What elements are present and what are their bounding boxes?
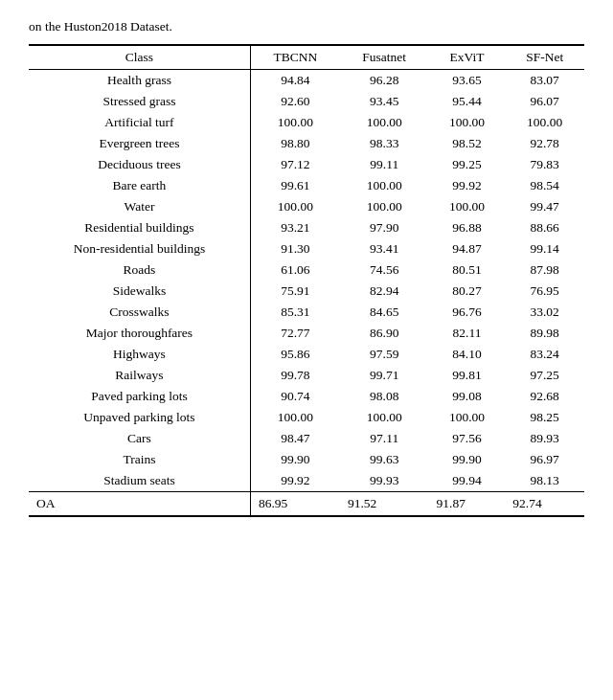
table-row: Deciduous trees97.1299.1199.2579.83 bbox=[29, 154, 584, 175]
table-cell: 84.65 bbox=[340, 302, 429, 323]
table-cell: 98.54 bbox=[505, 175, 584, 196]
table-cell: Sidewalks bbox=[29, 281, 250, 302]
table-cell: 99.81 bbox=[429, 365, 506, 386]
table-cell: 96.76 bbox=[429, 302, 506, 323]
table-cell: 98.47 bbox=[250, 428, 339, 449]
table-cell: 99.47 bbox=[505, 196, 584, 217]
table-cell: Non-residential buildings bbox=[29, 238, 250, 260]
table-row: Residential buildings93.2197.9096.8888.6… bbox=[29, 217, 584, 238]
table-cell: Railways bbox=[29, 365, 250, 386]
table-row: Roads61.0674.5680.5187.98 bbox=[29, 260, 584, 281]
table-cell: Stressed grass bbox=[29, 91, 250, 112]
table-wrapper: on the Huston2018 Dataset. Class TBCNN F… bbox=[29, 19, 584, 517]
table-row: Paved parking lots90.7498.0899.0892.68 bbox=[29, 386, 584, 407]
table-cell: 99.08 bbox=[429, 386, 506, 407]
table-cell: 100.00 bbox=[429, 112, 506, 133]
table-row: Crosswalks85.3184.6596.7633.02 bbox=[29, 302, 584, 323]
table-cell: 93.65 bbox=[429, 70, 506, 92]
table-row: Stadium seats99.9299.9399.9498.13 bbox=[29, 470, 584, 492]
table-cell: 61.06 bbox=[250, 260, 339, 281]
table-cell: 100.00 bbox=[340, 112, 429, 133]
table-cell: 90.74 bbox=[250, 386, 339, 407]
table-cell: Major thoroughfares bbox=[29, 323, 250, 344]
table-cell: Unpaved parking lots bbox=[29, 407, 250, 428]
table-cell: 84.10 bbox=[429, 344, 506, 365]
table-cell: 100.00 bbox=[340, 175, 429, 196]
table-cell: 96.97 bbox=[505, 449, 584, 470]
table-row: Evergreen trees98.8098.3398.5292.78 bbox=[29, 133, 584, 154]
table-cell: Highways bbox=[29, 344, 250, 365]
table-cell: 72.77 bbox=[250, 323, 339, 344]
table-cell: 99.92 bbox=[250, 470, 339, 492]
table-cell: 92.78 bbox=[505, 133, 584, 154]
table-cell: 98.33 bbox=[340, 133, 429, 154]
table-cell: Evergreen trees bbox=[29, 133, 250, 154]
table-cell: 83.07 bbox=[505, 70, 584, 92]
table-cell: Deciduous trees bbox=[29, 154, 250, 175]
table-row: Trains99.9099.6399.9096.97 bbox=[29, 449, 584, 470]
table-cell: 98.13 bbox=[505, 470, 584, 492]
table-row: Unpaved parking lots100.00100.00100.0098… bbox=[29, 407, 584, 428]
table-body: Health grass94.8496.2893.6583.07Stressed… bbox=[29, 70, 584, 492]
table-cell: 96.07 bbox=[505, 91, 584, 112]
table-row: Water100.00100.00100.0099.47 bbox=[29, 196, 584, 217]
table-row: Stressed grass92.6093.4595.4496.07 bbox=[29, 91, 584, 112]
table-cell: 94.87 bbox=[429, 238, 506, 260]
table-cell: 97.56 bbox=[429, 428, 506, 449]
table-cell: 33.02 bbox=[505, 302, 584, 323]
table-cell: 97.11 bbox=[340, 428, 429, 449]
col-header-sfnet: SF-Net bbox=[505, 45, 584, 70]
table-cell: 99.25 bbox=[429, 154, 506, 175]
table-cell: 93.41 bbox=[340, 238, 429, 260]
table-cell: 98.25 bbox=[505, 407, 584, 428]
table-cell: Trains bbox=[29, 449, 250, 470]
table-cell: Paved parking lots bbox=[29, 386, 250, 407]
col-header-tbcnn: TBCNN bbox=[250, 45, 339, 70]
table-cell: 98.80 bbox=[250, 133, 339, 154]
table-cell: 85.31 bbox=[250, 302, 339, 323]
table-row: Non-residential buildings91.3093.4194.87… bbox=[29, 238, 584, 260]
table-cell: 97.59 bbox=[340, 344, 429, 365]
table-cell: 99.11 bbox=[340, 154, 429, 175]
table-cell: Residential buildings bbox=[29, 217, 250, 238]
table-cell: Crosswalks bbox=[29, 302, 250, 323]
footer-val-exvit: 91.87 bbox=[429, 492, 506, 517]
col-header-fusatnet: Fusatnet bbox=[340, 45, 429, 70]
table-cell: 98.08 bbox=[340, 386, 429, 407]
table-cell: 80.51 bbox=[429, 260, 506, 281]
footer-val-fusatnet: 91.52 bbox=[340, 492, 429, 517]
table-cell: 83.24 bbox=[505, 344, 584, 365]
table-cell: 100.00 bbox=[250, 407, 339, 428]
table-cell: 82.11 bbox=[429, 323, 506, 344]
table-cell: 96.28 bbox=[340, 70, 429, 92]
footer-val-tbcnn: 86.95 bbox=[250, 492, 339, 517]
table-cell: 86.90 bbox=[340, 323, 429, 344]
table-cell: 99.90 bbox=[250, 449, 339, 470]
table-row: Major thoroughfares72.7786.9082.1189.98 bbox=[29, 323, 584, 344]
table-cell: 76.95 bbox=[505, 281, 584, 302]
table-cell: 93.45 bbox=[340, 91, 429, 112]
table-row: Artificial turf100.00100.00100.00100.00 bbox=[29, 112, 584, 133]
table-row: Highways95.8697.5984.1083.24 bbox=[29, 344, 584, 365]
table-cell: 89.93 bbox=[505, 428, 584, 449]
table-row: Railways99.7899.7199.8197.25 bbox=[29, 365, 584, 386]
table-cell: 99.93 bbox=[340, 470, 429, 492]
table-cell: 99.63 bbox=[340, 449, 429, 470]
table-cell: 99.14 bbox=[505, 238, 584, 260]
col-header-class: Class bbox=[29, 45, 250, 70]
table-footer: OA 86.95 91.52 91.87 92.74 bbox=[29, 492, 584, 517]
table-cell: 75.91 bbox=[250, 281, 339, 302]
table-cell: 89.98 bbox=[505, 323, 584, 344]
table-cell: 100.00 bbox=[250, 196, 339, 217]
table-cell: Health grass bbox=[29, 70, 250, 92]
results-table: Class TBCNN Fusatnet ExViT SF-Net Health… bbox=[29, 44, 584, 517]
table-cell: 93.21 bbox=[250, 217, 339, 238]
table-cell: 100.00 bbox=[250, 112, 339, 133]
header-row: Class TBCNN Fusatnet ExViT SF-Net bbox=[29, 45, 584, 70]
table-cell: 99.90 bbox=[429, 449, 506, 470]
table-cell: 98.52 bbox=[429, 133, 506, 154]
table-cell: 100.00 bbox=[340, 196, 429, 217]
table-cell: 100.00 bbox=[429, 196, 506, 217]
table-cell: 99.94 bbox=[429, 470, 506, 492]
footer-label: OA bbox=[29, 492, 250, 517]
